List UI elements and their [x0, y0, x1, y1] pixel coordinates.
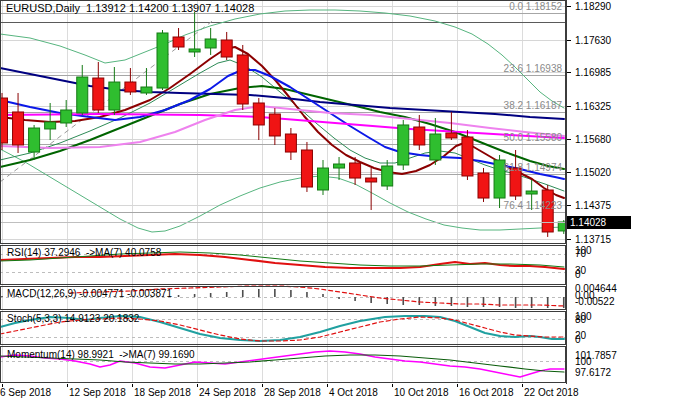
candle-body	[141, 87, 152, 93]
candle-body	[269, 114, 280, 136]
candle-body	[366, 178, 377, 182]
candle-body	[334, 164, 345, 168]
price-axis-label: 1.14375	[575, 200, 611, 211]
stoch-axis-label: 80	[575, 314, 586, 325]
price-axis-label: 1.18290	[575, 1, 611, 12]
candle-body	[189, 49, 200, 52]
date-axis-label: 22 Oct 2018	[524, 387, 578, 398]
fib-level-label: 76.4 1.14223	[366, 200, 562, 211]
momentum-axis-label: 100	[575, 356, 592, 367]
rsi-axis-label: 70	[575, 248, 586, 259]
price-axis-label: 1.16985	[575, 67, 611, 78]
candle-body	[109, 82, 120, 110]
rsi-label: RSI(14) 37.2946 ->MA(7) 40.0758	[7, 247, 161, 258]
momentum-label: Momentum(14) 98.9921 ->MA(7) 99.1690	[7, 349, 195, 360]
candle-body	[285, 134, 296, 152]
candle-body	[237, 55, 248, 104]
candle-body	[29, 128, 40, 152]
chart-title: EURUSD,Daily 1.13912 1.14200 1.13907 1.1…	[6, 2, 254, 14]
fib-level-label: 23.6 1.16938	[366, 63, 562, 74]
rsi-axis-label: 0	[575, 269, 581, 280]
macd-label: MACD(12,26,9) -0.004771 -0.003871	[7, 288, 172, 299]
candle-body	[221, 40, 232, 57]
mt4-chart-window[interactable]: EURUSD,Daily 1.13912 1.14200 1.13907 1.1…	[0, 0, 700, 400]
fib-level-label: 50.0 1.15580	[366, 132, 562, 143]
candle-body	[301, 150, 312, 187]
candle-body	[13, 112, 24, 145]
date-axis-label: 4 Oct 2018	[329, 387, 378, 398]
candle-body	[0, 98, 8, 143]
candle-body	[45, 122, 56, 129]
fib-level-label: 0.0 1.18152	[366, 1, 562, 12]
candle-body	[478, 173, 489, 198]
date-axis-label: 10 Oct 2018	[394, 387, 448, 398]
candle-body	[350, 163, 361, 178]
candle-body	[77, 77, 88, 113]
candle-body	[318, 168, 329, 190]
date-axis-label: 24 Sep 2018	[199, 387, 256, 398]
date-axis-label: 12 Sep 2018	[69, 387, 126, 398]
date-axis-label: 16 Oct 2018	[459, 387, 513, 398]
macd-axis-label: -0.00522	[575, 296, 614, 307]
price-axis-label: 1.15680	[575, 134, 611, 145]
price-axis-label: 1.13715	[575, 234, 611, 245]
stoch-axis-label: 0	[575, 334, 581, 345]
current-price-badge: 1.14028	[567, 216, 631, 229]
stoch-label: Stoch(5,3,3) 14.9123 20.1832	[7, 313, 139, 324]
momentum-axis-label: 97.6172	[575, 367, 611, 378]
price-axis-label: 1.16325	[575, 101, 611, 112]
fib-level-label: 38.2 1.16187	[366, 100, 562, 111]
candle-body	[526, 191, 537, 194]
candle-body	[253, 103, 264, 125]
price-axis-label: 1.17630	[575, 35, 611, 46]
candle-body	[157, 33, 168, 88]
candle-body	[61, 110, 72, 123]
date-axis-label: 18 Sep 2018	[134, 387, 191, 398]
candle-body	[398, 125, 409, 165]
candle-body	[125, 82, 136, 92]
price-axis-label: 1.15020	[575, 167, 611, 178]
date-axis-label: 28 Sep 2018	[264, 387, 321, 398]
candle-body	[173, 37, 184, 47]
date-axis-label: 6 Sep 2018	[0, 387, 51, 398]
candle-body	[205, 39, 216, 48]
fib-level-label: 61.8 1.14974	[366, 162, 562, 173]
candle-body	[93, 78, 104, 110]
